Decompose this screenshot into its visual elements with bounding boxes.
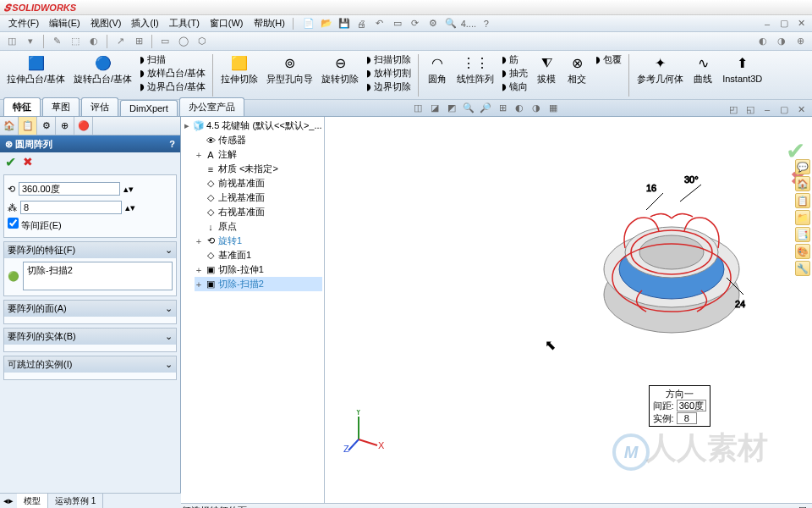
select-icon[interactable]: ▭ (390, 17, 405, 30)
angle-input[interactable] (19, 182, 120, 196)
view-icon[interactable]: ⊞ (495, 101, 510, 114)
menu-window[interactable]: 窗口(W) (205, 15, 249, 31)
tb-icon[interactable]: ▭ (156, 34, 173, 49)
tb-icon[interactable]: ⊞ (130, 34, 147, 49)
pm-tab-pm[interactable]: 📋 (19, 117, 37, 135)
pm-tab-feature[interactable]: 🏠 (0, 117, 19, 135)
view-icon[interactable]: 🔎 (478, 101, 493, 114)
tree-root[interactable]: ▸🧊4.5 花键轴 (默认<<默认>_... (183, 119, 322, 133)
close-icon[interactable]: ✕ (793, 17, 809, 30)
rebuild-icon[interactable]: ⟳ (408, 17, 423, 30)
side-icon[interactable]: 📁 (795, 210, 810, 225)
mirror-button[interactable]: ◗ 镜向 (502, 80, 528, 93)
menu-view[interactable]: 视图(V) (85, 15, 127, 31)
tb-icon[interactable]: ◐ (85, 34, 102, 49)
ok-button[interactable]: ✔ (5, 154, 16, 170)
view-triad[interactable]: Y X Z (342, 410, 384, 452)
loft-cut-button[interactable]: ◗ 放样切割 (366, 67, 411, 80)
save-icon[interactable]: 💾 (337, 17, 352, 30)
tree-node[interactable]: ◇前视基准面 (195, 176, 322, 190)
shell-button[interactable]: ◗ 抽壳 (502, 67, 528, 80)
tree-node[interactable]: +▣切除-拉伸1 (195, 262, 322, 277)
tree-node[interactable]: ↓原点 (195, 219, 322, 234)
tree-node[interactable]: ◇上视基准面 (195, 190, 322, 205)
tab-dimxpert[interactable]: DimXpert (120, 100, 178, 116)
cancel-button[interactable]: ✖ (23, 155, 33, 168)
curves-button[interactable]: ∿曲线 (689, 52, 717, 86)
tab-sketch[interactable]: 草图 (42, 97, 80, 116)
hole-wizard-button[interactable]: ⊚异型孔向导 (263, 52, 316, 86)
features-section-header[interactable]: 要阵列的特征(F)⌄ (4, 242, 176, 258)
pm-help-button[interactable]: ? (169, 139, 175, 149)
open-icon[interactable]: 📂 (319, 17, 334, 30)
loft-button[interactable]: ◗ 放样凸台/基体 (140, 67, 206, 80)
extrude-boss-button[interactable]: 🟦拉伸凸台/基体 (3, 52, 69, 86)
tb-icon[interactable]: ↗ (112, 34, 129, 49)
tree-node[interactable]: ≡材质 <未指定> (195, 162, 322, 176)
tb-icon[interactable]: ◑ (773, 34, 790, 49)
side-icon[interactable]: 💬 (795, 159, 810, 174)
pm-tab-appear[interactable]: 🔴 (74, 117, 93, 135)
rib-button[interactable]: ◗ 筋 (502, 53, 528, 66)
tb-icon[interactable]: ◫ (3, 34, 20, 49)
pm-tab-config[interactable]: ⚙ (37, 117, 56, 135)
boundary-cut-button[interactable]: ◗ 边界切除 (366, 80, 411, 93)
tab-model[interactable]: 模型 (17, 494, 48, 508)
window-icon[interactable]: ◰ (726, 102, 741, 116)
tab-features[interactable]: 特征 (3, 97, 41, 116)
minimize-icon[interactable]: – (760, 17, 775, 30)
help-icon[interactable]: ? (479, 17, 494, 30)
tb-icon[interactable]: ◐ (754, 34, 771, 49)
viewport[interactable]: ✔ ✖ 💬 🏠 📋 📁 📑 🎨 🔧 (325, 117, 812, 503)
window-min-icon[interactable]: – (760, 102, 775, 116)
instant3d-button[interactable]: ⬆Instant3D (719, 52, 765, 86)
side-icon[interactable]: 🏠 (795, 176, 810, 191)
window-close-icon[interactable]: ✕ (793, 102, 809, 116)
view-icon[interactable]: ◪ (427, 101, 442, 114)
skip-section-header[interactable]: 可跳过的实例(I)⌄ (4, 356, 176, 373)
feature-list-item[interactable]: 切除-扫描2 (27, 264, 168, 277)
view-icon[interactable]: ◑ (529, 101, 544, 114)
view-icon[interactable]: ▦ (546, 101, 561, 114)
spinner-icon[interactable]: ▴▾ (123, 184, 134, 195)
sweep-cut-button[interactable]: ◗ 扫描切除 (366, 53, 411, 66)
new-icon[interactable]: 📄 (301, 17, 316, 30)
tree-node[interactable]: +A注解 (195, 147, 322, 162)
tb-icon[interactable]: ⬡ (194, 34, 211, 49)
menu-help[interactable]: 帮助(H) (249, 15, 290, 31)
menu-edit[interactable]: 编辑(E) (44, 15, 85, 31)
side-icon[interactable]: 📑 (795, 227, 810, 242)
view-icon[interactable]: ◩ (444, 101, 459, 114)
side-icon[interactable]: 📋 (795, 193, 810, 208)
spinner-icon[interactable]: ▴▾ (125, 202, 135, 213)
options-icon[interactable]: ⚙ (425, 17, 441, 30)
tb-icon[interactable]: ◯ (175, 34, 192, 49)
print-icon[interactable]: 🖨 (354, 17, 370, 30)
intersect-button[interactable]: ⊗相交 (562, 52, 591, 86)
tree-node[interactable]: +⟲旋转1 (195, 234, 322, 248)
tab-motion[interactable]: 运动算例 1 (48, 494, 103, 508)
revolve-cut-button[interactable]: ⊖旋转切除 (318, 52, 362, 86)
fillet-button[interactable]: ◠圆角 (423, 52, 452, 86)
tb-icon[interactable]: ⊕ (792, 34, 809, 49)
maximize-icon[interactable]: ▢ (776, 17, 792, 30)
bodies-section-header[interactable]: 要阵列的实体(B)⌄ (4, 329, 176, 345)
search-icon[interactable]: 🔍 (443, 17, 458, 30)
view-icon[interactable]: 🔍 (461, 101, 476, 114)
tree-node[interactable]: 👁传感器 (195, 133, 322, 147)
sweep-button[interactable]: ◗ 扫描 (140, 53, 206, 66)
tb-icon[interactable]: ✎ (48, 34, 65, 49)
view-icon[interactable]: ◐ (512, 101, 527, 114)
undo-icon[interactable]: ↶ (372, 17, 387, 30)
view-icon[interactable]: ◫ (410, 101, 425, 114)
side-icon[interactable]: 🎨 (795, 244, 810, 259)
search-text[interactable]: 4.... (461, 17, 476, 30)
menu-file[interactable]: 文件(F) (3, 15, 44, 31)
tb-icon[interactable]: ⬚ (67, 34, 84, 49)
tree-node[interactable]: ◇右视基准面 (195, 205, 322, 219)
linear-pattern-button[interactable]: ⋮⋮线性阵列 (453, 52, 497, 86)
pm-tab-dim[interactable]: ⊕ (56, 117, 74, 135)
tree-node[interactable]: +▣切除-扫描2 (195, 277, 322, 291)
count-input[interactable] (20, 201, 122, 214)
ref-geometry-button[interactable]: ✦参考几何体 (634, 52, 687, 86)
